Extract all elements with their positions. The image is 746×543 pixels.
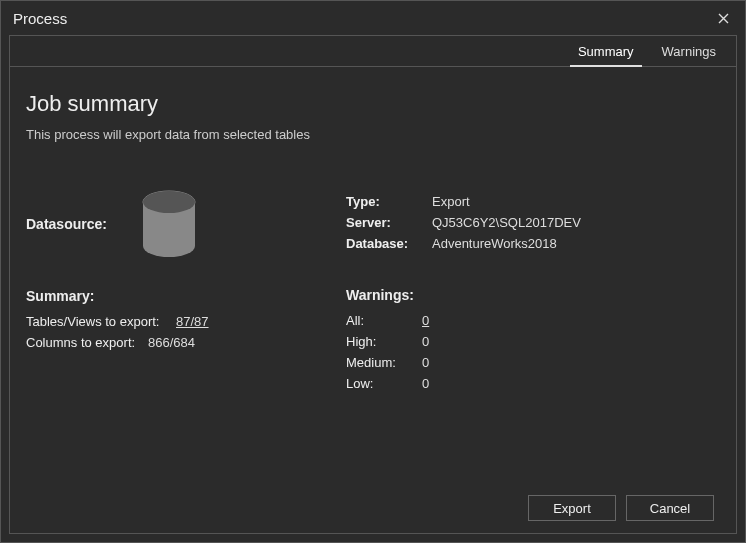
svg-point-1 — [143, 191, 195, 213]
database-label: Database: — [346, 236, 432, 251]
server-value: QJ53C6Y2\SQL2017DEV — [432, 215, 581, 230]
right-column: Type: Export Server: QJ53C6Y2\SQL2017DEV… — [346, 188, 714, 397]
database-value: AdventureWorks2018 — [432, 236, 557, 251]
export-button[interactable]: Export — [528, 495, 616, 521]
warnings-medium-row: Medium: 0 — [346, 355, 714, 370]
titlebar: Process — [1, 1, 745, 35]
warnings-all-row: All: 0 — [346, 313, 714, 328]
tables-label: Tables/Views to export: — [26, 314, 176, 329]
warnings-high-label: High: — [346, 334, 422, 349]
datasource-row: Datasource: — [26, 188, 326, 260]
database-icon — [137, 188, 201, 260]
warnings-high-row: High: 0 — [346, 334, 714, 349]
columns-row: Columns to export: 866/684 — [26, 335, 326, 350]
page-title: Job summary — [26, 91, 714, 117]
columns-value: 866/684 — [148, 335, 195, 350]
process-dialog: Process Summary Warnings Job summary Thi… — [0, 0, 746, 543]
server-label: Server: — [346, 215, 432, 230]
warnings-medium-label: Medium: — [346, 355, 422, 370]
type-row: Type: Export — [346, 194, 714, 209]
warnings-high-value: 0 — [422, 334, 429, 349]
warnings-low-value: 0 — [422, 376, 429, 391]
close-icon[interactable] — [711, 6, 735, 30]
tab-warnings[interactable]: Warnings — [648, 36, 730, 66]
warnings-low-label: Low: — [346, 376, 422, 391]
left-column: Datasource: Summary: Tables/Views to exp… — [26, 188, 326, 397]
tab-warnings-label: Warnings — [662, 44, 716, 59]
database-row: Database: AdventureWorks2018 — [346, 236, 714, 251]
content-area: Job summary This process will export dat… — [9, 67, 737, 534]
warnings-all-value-link[interactable]: 0 — [422, 313, 429, 328]
warnings-section-label: Warnings: — [346, 287, 714, 303]
datasource-label: Datasource: — [26, 216, 107, 232]
type-value: Export — [432, 194, 470, 209]
tab-summary[interactable]: Summary — [564, 36, 648, 66]
warnings-all-label: All: — [346, 313, 422, 328]
server-row: Server: QJ53C6Y2\SQL2017DEV — [346, 215, 714, 230]
tables-row: Tables/Views to export: 87/87 — [26, 314, 326, 329]
cancel-button-label: Cancel — [650, 501, 690, 516]
summary-section-label: Summary: — [26, 288, 326, 304]
dialog-footer: Export Cancel — [26, 483, 714, 521]
details-grid: Datasource: Summary: Tables/Views to exp… — [26, 188, 714, 397]
tables-value-link[interactable]: 87/87 — [176, 314, 209, 329]
page-description: This process will export data from selec… — [26, 127, 714, 142]
tab-bar: Summary Warnings — [9, 35, 737, 67]
export-button-label: Export — [553, 501, 591, 516]
window-title: Process — [13, 10, 711, 27]
warnings-medium-value: 0 — [422, 355, 429, 370]
warnings-low-row: Low: 0 — [346, 376, 714, 391]
type-label: Type: — [346, 194, 432, 209]
cancel-button[interactable]: Cancel — [626, 495, 714, 521]
columns-label: Columns to export: — [26, 335, 148, 350]
tab-summary-label: Summary — [578, 44, 634, 59]
